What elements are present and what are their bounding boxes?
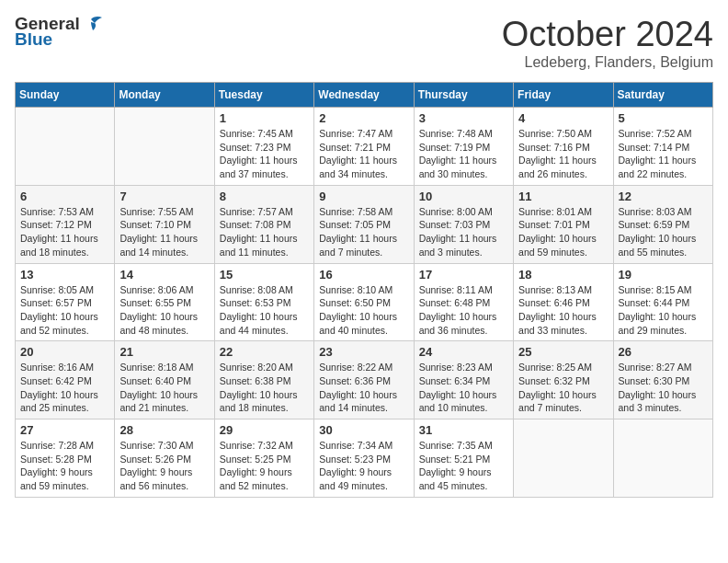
calendar-cell: 29Sunrise: 7:32 AMSunset: 5:25 PMDayligh… [214,419,313,498]
cell-info: Sunrise: 8:11 AMSunset: 6:48 PMDaylight:… [419,283,508,338]
cell-info: Sunrise: 7:45 AMSunset: 7:23 PMDaylight:… [220,127,309,181]
calendar-cell: 28Sunrise: 7:30 AMSunset: 5:26 PMDayligh… [115,419,214,498]
page-header: General Blue October 2024 Ledeberg, Flan… [15,15,713,71]
cell-info: Sunrise: 7:34 AMSunset: 5:23 PMDaylight:… [319,439,408,493]
column-header-thursday: Thursday [414,83,513,108]
day-number: 26 [619,345,708,359]
cell-info: Sunrise: 8:16 AMSunset: 6:42 PMDaylight:… [20,361,109,415]
calendar-week-row: 27Sunrise: 7:28 AMSunset: 5:28 PMDayligh… [16,419,713,498]
cell-info: Sunrise: 8:27 AMSunset: 6:30 PMDaylight:… [619,361,708,415]
cell-info: Sunrise: 8:10 AMSunset: 6:50 PMDaylight:… [319,283,408,338]
calendar-cell: 22Sunrise: 8:20 AMSunset: 6:38 PMDayligh… [214,341,313,419]
day-number: 17 [419,268,508,282]
day-number: 6 [20,190,109,203]
cell-info: Sunrise: 8:20 AMSunset: 6:38 PMDaylight:… [220,361,309,415]
column-header-saturday: Saturday [613,83,712,108]
calendar-cell: 10Sunrise: 8:00 AMSunset: 7:03 PMDayligh… [414,185,513,263]
month-title: October 2024 [502,15,713,54]
calendar-cell: 17Sunrise: 8:11 AMSunset: 6:48 PMDayligh… [414,263,513,341]
calendar-cell [16,108,115,186]
day-number: 2 [319,111,408,125]
calendar-week-row: 13Sunrise: 8:05 AMSunset: 6:57 PMDayligh… [16,263,713,341]
calendar-cell [115,108,214,186]
day-number: 27 [20,423,109,437]
cell-info: Sunrise: 8:13 AMSunset: 6:46 PMDaylight:… [518,283,608,338]
day-number: 30 [319,423,408,437]
calendar-header-row: SundayMondayTuesdayWednesdayThursdayFrid… [16,83,713,108]
cell-info: Sunrise: 8:22 AMSunset: 6:36 PMDaylight:… [319,361,408,415]
day-number: 28 [119,423,209,437]
day-number: 25 [518,345,608,359]
calendar-cell: 13Sunrise: 8:05 AMSunset: 6:57 PMDayligh… [16,263,115,341]
cell-info: Sunrise: 7:32 AMSunset: 5:25 PMDaylight:… [220,439,309,493]
calendar-cell: 15Sunrise: 8:08 AMSunset: 6:53 PMDayligh… [214,263,313,341]
day-number: 12 [619,190,708,203]
calendar-week-row: 20Sunrise: 8:16 AMSunset: 6:42 PMDayligh… [16,341,713,419]
day-number: 19 [619,268,708,282]
calendar-cell: 21Sunrise: 8:18 AMSunset: 6:40 PMDayligh… [115,341,214,419]
cell-info: Sunrise: 7:35 AMSunset: 5:21 PMDaylight:… [419,439,508,493]
day-number: 22 [220,345,309,359]
cell-info: Sunrise: 8:06 AMSunset: 6:55 PMDaylight:… [119,283,209,338]
calendar-cell: 26Sunrise: 8:27 AMSunset: 6:30 PMDayligh… [613,341,712,419]
calendar-cell: 8Sunrise: 7:57 AMSunset: 7:08 PMDaylight… [214,185,313,263]
calendar-cell: 9Sunrise: 7:58 AMSunset: 7:05 PMDaylight… [314,185,414,263]
day-number: 20 [20,345,109,359]
calendar-cell: 24Sunrise: 8:23 AMSunset: 6:34 PMDayligh… [414,341,513,419]
calendar-cell: 6Sunrise: 7:53 AMSunset: 7:12 PMDaylight… [16,185,115,263]
calendar-cell: 7Sunrise: 7:55 AMSunset: 7:10 PMDaylight… [115,185,214,263]
cell-info: Sunrise: 8:01 AMSunset: 7:01 PMDaylight:… [518,205,608,259]
calendar-cell: 1Sunrise: 7:45 AMSunset: 7:23 PMDaylight… [214,108,313,186]
day-number: 31 [419,423,508,437]
column-header-wednesday: Wednesday [314,83,414,108]
day-number: 21 [119,345,209,359]
day-number: 1 [220,111,309,125]
day-number: 8 [220,190,309,203]
day-number: 14 [119,268,209,282]
calendar-cell: 30Sunrise: 7:34 AMSunset: 5:23 PMDayligh… [314,419,414,498]
location-title: Ledeberg, Flanders, Belgium [502,54,713,71]
calendar-cell: 20Sunrise: 8:16 AMSunset: 6:42 PMDayligh… [16,341,115,419]
day-number: 9 [319,190,408,203]
logo-text-blue: Blue [15,30,102,50]
day-number: 29 [220,423,309,437]
day-number: 15 [220,268,309,282]
title-block: October 2024 Ledeberg, Flanders, Belgium [502,15,713,71]
cell-info: Sunrise: 7:47 AMSunset: 7:21 PMDaylight:… [319,127,408,181]
day-number: 16 [319,268,408,282]
day-number: 23 [319,345,408,359]
calendar-cell: 12Sunrise: 8:03 AMSunset: 6:59 PMDayligh… [613,185,712,263]
cell-info: Sunrise: 7:30 AMSunset: 5:26 PMDaylight:… [119,439,209,493]
cell-info: Sunrise: 7:53 AMSunset: 7:12 PMDaylight:… [20,205,109,259]
day-number: 3 [419,111,508,125]
calendar-cell [514,419,613,498]
calendar-cell: 2Sunrise: 7:47 AMSunset: 7:21 PMDaylight… [314,108,414,186]
calendar-cell: 3Sunrise: 7:48 AMSunset: 7:19 PMDaylight… [414,108,513,186]
calendar-cell: 25Sunrise: 8:25 AMSunset: 6:32 PMDayligh… [514,341,613,419]
cell-info: Sunrise: 7:52 AMSunset: 7:14 PMDaylight:… [619,127,708,181]
calendar-cell [613,419,712,498]
day-number: 18 [518,268,608,282]
day-number: 13 [20,268,109,282]
calendar-cell: 4Sunrise: 7:50 AMSunset: 7:16 PMDaylight… [514,108,613,186]
day-number: 5 [619,111,708,125]
calendar-cell: 18Sunrise: 8:13 AMSunset: 6:46 PMDayligh… [514,263,613,341]
calendar-cell: 16Sunrise: 8:10 AMSunset: 6:50 PMDayligh… [314,263,414,341]
calendar-cell: 11Sunrise: 8:01 AMSunset: 7:01 PMDayligh… [514,185,613,263]
calendar-week-row: 1Sunrise: 7:45 AMSunset: 7:23 PMDaylight… [16,108,713,186]
cell-info: Sunrise: 8:18 AMSunset: 6:40 PMDaylight:… [119,361,209,415]
cell-info: Sunrise: 7:58 AMSunset: 7:05 PMDaylight:… [319,205,408,259]
calendar-cell: 5Sunrise: 7:52 AMSunset: 7:14 PMDaylight… [613,108,712,186]
cell-info: Sunrise: 8:08 AMSunset: 6:53 PMDaylight:… [220,283,309,338]
column-header-tuesday: Tuesday [214,83,313,108]
day-number: 11 [518,190,608,203]
calendar-cell: 31Sunrise: 7:35 AMSunset: 5:21 PMDayligh… [414,419,513,498]
column-header-monday: Monday [115,83,214,108]
column-header-sunday: Sunday [16,83,115,108]
logo: General Blue [15,15,102,50]
calendar-cell: 23Sunrise: 8:22 AMSunset: 6:36 PMDayligh… [314,341,414,419]
calendar-cell: 27Sunrise: 7:28 AMSunset: 5:28 PMDayligh… [16,419,115,498]
day-number: 24 [419,345,508,359]
cell-info: Sunrise: 8:23 AMSunset: 6:34 PMDaylight:… [419,361,508,415]
cell-info: Sunrise: 7:48 AMSunset: 7:19 PMDaylight:… [419,127,508,181]
